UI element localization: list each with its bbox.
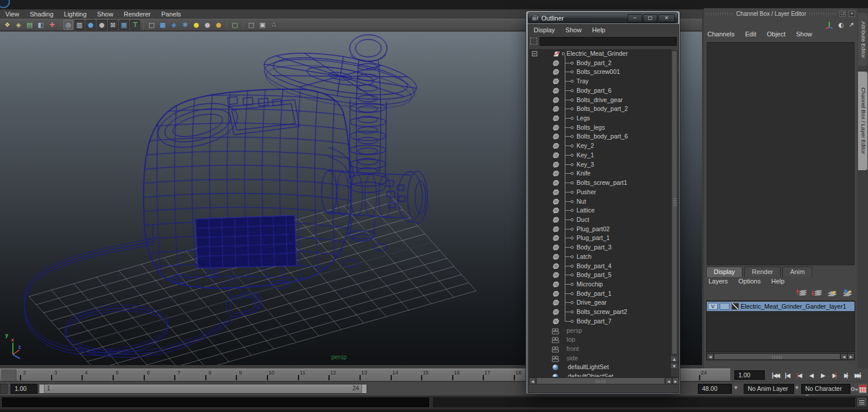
- outliner-mesh-row[interactable]: Body_part_6: [529, 86, 672, 96]
- range-start-handle[interactable]: [39, 384, 45, 393]
- outliner-set-row[interactable]: defaultLightSet: [529, 363, 672, 372]
- outliner-mesh-row[interactable]: Bolts_body_part_2: [529, 104, 672, 114]
- display-layer-list[interactable]: V Electric_Meat_Grinder_Gander_layer1: [706, 300, 855, 352]
- command-line-input[interactable]: [1, 397, 430, 408]
- scroll-down-icon[interactable]: ▼: [670, 363, 678, 369]
- outliner-mesh-row[interactable]: Body_part_1: [529, 289, 672, 299]
- layer-editor-menu-item[interactable]: Layers: [708, 278, 728, 285]
- current-frame-marker[interactable]: [1, 369, 16, 381]
- outliner-camera-row[interactable]: front: [529, 345, 672, 354]
- scroll-up-icon[interactable]: ▲: [670, 356, 678, 362]
- outliner-mesh-row[interactable]: Bolts_screw_part2: [529, 308, 672, 317]
- anim-end-dropdown-icon[interactable]: ▼: [734, 386, 742, 390]
- scroll-left-icon[interactable]: ◀: [840, 353, 847, 360]
- outliner-mesh-row[interactable]: Knife: [529, 169, 672, 178]
- tab-attribute-editor[interactable]: Attribute Editor: [858, 13, 867, 66]
- auto-keyframe-icon[interactable]: [850, 386, 859, 393]
- viewport-toolbar-icon[interactable]: ✚: [47, 20, 57, 30]
- animation-preferences-icon[interactable]: [859, 384, 867, 393]
- range-end-handle[interactable]: [361, 384, 367, 393]
- animation-start-field[interactable]: 1.00: [11, 384, 38, 394]
- viewport-menu-item[interactable]: Show: [92, 11, 119, 18]
- outliner-horizontal-scrollbar[interactable]: ◀ ◀ ▶: [529, 377, 679, 384]
- outliner-mesh-row[interactable]: Key_3: [529, 160, 672, 170]
- scroll-left-icon[interactable]: ◀: [529, 377, 536, 384]
- viewport-toolbar-icon[interactable]: ●: [86, 20, 96, 30]
- channel-box-menu-item[interactable]: Channels: [707, 31, 740, 40]
- step-forward-key-button[interactable]: ▶|: [828, 370, 840, 380]
- close-button[interactable]: ×: [658, 14, 675, 22]
- layer-editor-menu-item[interactable]: Options: [738, 278, 761, 285]
- layer-move-up-icon[interactable]: [796, 288, 807, 297]
- viewport-toolbar-icon[interactable]: ▦: [119, 20, 129, 30]
- layer-display-type-toggle[interactable]: [720, 303, 730, 310]
- scroll-left-icon[interactable]: ◀: [707, 353, 714, 360]
- tab-render[interactable]: Render: [744, 266, 781, 277]
- play-backwards-button[interactable]: ◀: [805, 370, 816, 380]
- viewport-toolbar-icon[interactable]: ●: [202, 20, 212, 30]
- viewport-toolbar-icon[interactable]: ◎: [63, 20, 73, 30]
- close-panel-icon[interactable]: ×: [849, 11, 855, 17]
- outliner-mesh-row[interactable]: Plug_part02: [529, 225, 672, 234]
- drag-handle-dots[interactable]: [706, 12, 733, 15]
- viewport-toolbar-icon[interactable]: ●: [213, 20, 223, 30]
- outliner-mesh-row[interactable]: Bolts_body_part_6: [529, 132, 672, 141]
- outliner-camera-row[interactable]: top: [529, 335, 672, 345]
- channel-slider-mode-icon[interactable]: ↗: [849, 21, 854, 29]
- outliner-mesh-row[interactable]: Drive_gear: [529, 298, 672, 308]
- outliner-tree[interactable]: − Electric_Meat_Grinder: [529, 49, 672, 381]
- tab-anim[interactable]: Anim: [782, 266, 812, 277]
- scrollbar-thumb[interactable]: [536, 377, 665, 384]
- outliner-camera-row[interactable]: side: [529, 354, 672, 363]
- viewport-toolbar-icon[interactable]: □: [147, 20, 157, 30]
- outliner-mesh-row[interactable]: Body_part_2: [529, 59, 672, 68]
- viewport-menu-item[interactable]: Renderer: [118, 11, 156, 18]
- outliner-mesh-row[interactable]: Duct: [529, 215, 672, 225]
- layer-list-scrollbar[interactable]: ◀ ◀ ▶: [706, 353, 855, 360]
- viewport-toolbar-icon[interactable]: ◆: [169, 20, 179, 30]
- tab-display[interactable]: Display: [706, 266, 742, 277]
- viewport-menu-item[interactable]: Panels: [156, 11, 187, 18]
- viewport-toolbar-icon[interactable]: ●: [97, 20, 107, 30]
- outliner-mesh-row[interactable]: Lattice: [529, 206, 672, 215]
- create-empty-layer-icon[interactable]: [826, 288, 838, 297]
- scrollbar-thumb[interactable]: [672, 50, 677, 354]
- outliner-mesh-row[interactable]: Tray: [529, 77, 672, 86]
- channel-box-menu-item[interactable]: Object: [767, 31, 791, 40]
- animation-end-field[interactable]: 48.00: [698, 384, 732, 394]
- current-time-field[interactable]: 1.00: [734, 370, 765, 380]
- viewport-toolbar-icon[interactable]: T: [130, 20, 140, 30]
- outliner-search-input[interactable]: [540, 37, 677, 46]
- maximize-button[interactable]: □: [643, 14, 657, 22]
- script-editor-icon[interactable]: [857, 398, 866, 406]
- step-back-key-button[interactable]: |◀: [793, 370, 805, 380]
- outliner-mesh-row[interactable]: Bolts_legs: [529, 123, 672, 133]
- tab-channel-box-layer-editor[interactable]: Channel Box / Layer Editor: [858, 72, 867, 170]
- filter-icon[interactable]: [530, 38, 537, 45]
- collapse-icon[interactable]: −: [532, 51, 537, 56]
- scroll-right-icon[interactable]: ▶: [847, 353, 855, 360]
- minimize-button[interactable]: ─: [628, 14, 642, 22]
- outliner-titlebar[interactable]: Outliner ─ □ ×: [528, 12, 678, 23]
- viewport-toolbar-icon[interactable]: ✻: [180, 20, 190, 30]
- scroll-right-icon[interactable]: ▶: [672, 377, 679, 384]
- viewport-toolbar-icon[interactable]: ▤: [25, 20, 35, 30]
- step-back-frame-button[interactable]: |◀: [781, 370, 793, 380]
- viewport-menu-item[interactable]: Shading: [25, 11, 59, 18]
- axis-tripod-icon[interactable]: [825, 21, 833, 29]
- viewport-toolbar-icon[interactable]: □: [246, 20, 256, 30]
- layer-color-swatch[interactable]: [731, 303, 739, 310]
- viewport-toolbar-icon[interactable]: ◧: [36, 20, 46, 30]
- play-forwards-button[interactable]: ▶: [816, 370, 828, 380]
- outliner-vertical-scrollbar[interactable]: [670, 49, 678, 381]
- layer-editor-menu-item[interactable]: Help: [771, 278, 785, 285]
- outliner-mesh-row[interactable]: Body_part_4: [529, 262, 672, 271]
- outliner-mesh-row[interactable]: Bolts_screw_part1: [529, 178, 672, 188]
- display-layer-row[interactable]: V Electric_Meat_Grinder_Gander_layer1: [707, 302, 855, 311]
- viewport-toolbar-icon[interactable]: ❖: [2, 20, 12, 30]
- scrollbar-thumb[interactable]: [714, 353, 840, 360]
- range-slider[interactable]: 1 24: [39, 384, 367, 394]
- outliner-menu-item[interactable]: Display: [528, 26, 560, 33]
- outliner-menu-item[interactable]: Help: [587, 26, 611, 33]
- channel-box-menu-item[interactable]: Show: [796, 31, 818, 40]
